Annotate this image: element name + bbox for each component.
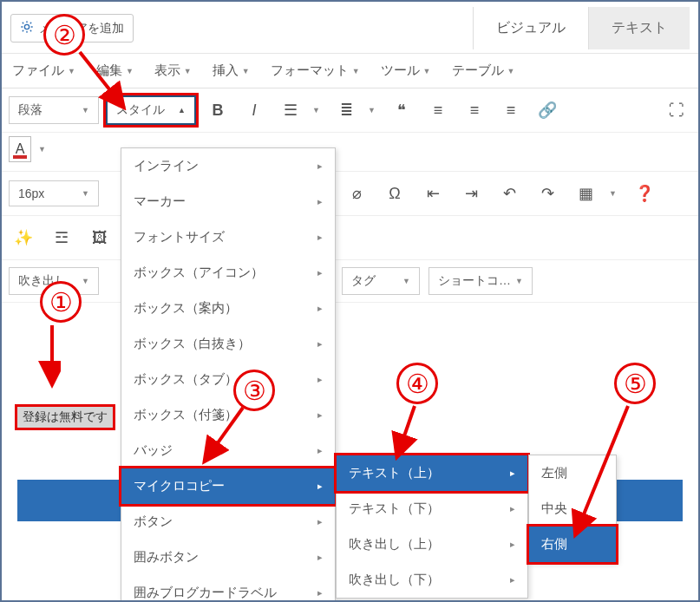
- bullet-list-dropdown[interactable]: ▼: [312, 95, 324, 125]
- toolbar-row-3: 16px▼ ⌀ Ω ⇤ ⇥ ↶ ↷ ▦ ▼ ❓: [2, 172, 698, 216]
- outdent-icon[interactable]: ⇤: [418, 179, 448, 208]
- tab-visual[interactable]: ビジュアル: [473, 7, 588, 49]
- table-grid-icon[interactable]: ▦: [571, 179, 600, 208]
- tag-select[interactable]: タグ▼: [342, 267, 420, 295]
- menu-view[interactable]: 表示▼: [154, 62, 192, 79]
- submenu-fukidashi-bottom[interactable]: 吹き出し（下）▸: [337, 562, 527, 598]
- numbered-list-dropdown[interactable]: ▼: [368, 95, 380, 125]
- menu-file[interactable]: ファイル▼: [12, 62, 75, 79]
- submenu-text-bottom[interactable]: テキスト（下）▸: [337, 491, 527, 527]
- microcopy-submenu: テキスト（上）▸ テキスト（下）▸ 吹き出し（上）▸ 吹き出し（下）▸: [336, 455, 528, 599]
- selected-text[interactable]: 登録は無料です: [17, 407, 113, 428]
- submenu-fukidashi-top[interactable]: 吹き出し（上）▸: [337, 527, 527, 562]
- style-menu-box-tab[interactable]: ボックス（タブ）▸: [121, 362, 335, 397]
- table-grid-dropdown[interactable]: ▼: [609, 179, 621, 208]
- toolbar-row-1: 段落▼ スタイル▲ B I ☰ ▼ ≣ ▼ ❝ ≡ ≡ ≡ 🔗 ⛶: [2, 88, 698, 133]
- style-menu-fontsize[interactable]: フォントサイズ▸: [121, 219, 335, 255]
- numbered-list-icon[interactable]: ≣: [331, 95, 361, 125]
- align-left-icon[interactable]: ≡: [423, 95, 453, 125]
- menu-format[interactable]: フォーマット▼: [271, 62, 360, 79]
- paragraph-format-select[interactable]: 段落▼: [9, 96, 99, 124]
- help-icon[interactable]: ❓: [630, 179, 659, 208]
- bullet-list-icon[interactable]: ☰: [276, 95, 305, 125]
- blockquote-icon[interactable]: ❝: [387, 95, 416, 125]
- position-left[interactable]: 左側: [529, 455, 616, 491]
- toolbar-row-2: A ▼: [2, 133, 698, 172]
- bold-icon[interactable]: B: [203, 95, 232, 125]
- undo-icon[interactable]: ↶: [494, 179, 524, 208]
- style-menu-kakomi-button[interactable]: 囲みボタン▸: [121, 540, 335, 575]
- annotation-4: ④: [396, 363, 438, 404]
- align-center-icon[interactable]: ≡: [460, 95, 489, 125]
- menu-table[interactable]: テーブル▼: [452, 62, 515, 79]
- style-menu-box-fusen[interactable]: ボックス（付箋）▸: [121, 397, 335, 433]
- style-menu-box-icon[interactable]: ボックス（アイコン）▸: [121, 255, 335, 291]
- text-color-swatch[interactable]: A: [9, 136, 31, 162]
- annotation-1: ①: [40, 281, 82, 323]
- position-right[interactable]: 右側: [529, 527, 616, 562]
- style-menu-inline[interactable]: インライン▸: [121, 148, 335, 184]
- indent-icon[interactable]: ⇥: [456, 179, 486, 208]
- submenu-text-top[interactable]: テキスト（上）▸: [337, 455, 527, 491]
- toolbar-row-4: ✨ ☲ 🖼: [2, 216, 698, 260]
- style-menu-microcopy[interactable]: マイクロコピー▸: [121, 468, 335, 504]
- position-submenu: 左側 中央 右側: [528, 455, 617, 563]
- topbar: メディアを追加 ビジュアル テキスト: [2, 2, 698, 54]
- annotation-5: ⑤: [614, 363, 656, 404]
- text-color-dropdown[interactable]: ▼: [38, 134, 50, 164]
- style-menu-button[interactable]: ボタン▸: [121, 504, 335, 540]
- svg-point-0: [24, 24, 29, 29]
- emoji-icon[interactable]: ✨: [9, 223, 38, 252]
- image-icon[interactable]: 🖼: [85, 223, 114, 252]
- annotation-3: ③: [233, 370, 275, 411]
- font-size-select[interactable]: 16px▼: [9, 180, 99, 206]
- style-menu-box-annai[interactable]: ボックス（案内）▸: [121, 291, 335, 326]
- annotation-2: ②: [43, 14, 85, 56]
- link-icon[interactable]: 🔗: [533, 95, 562, 125]
- tab-text[interactable]: テキスト: [588, 7, 690, 49]
- style-menu-badge[interactable]: バッジ▸: [121, 433, 335, 468]
- gear-music-icon: [20, 20, 34, 36]
- toolbar-row-5: 吹き出し▼ タグ▼ ショートコ…▼: [2, 260, 698, 303]
- clear-format-icon[interactable]: ⌀: [342, 179, 371, 208]
- hr-icon[interactable]: ☲: [47, 223, 76, 252]
- menu-edit[interactable]: 編集▼: [96, 62, 134, 79]
- omega-icon[interactable]: Ω: [380, 179, 409, 208]
- menubar: ファイル▼ 編集▼ 表示▼ 挿入▼ フォーマット▼ ツール▼ テーブル▼: [2, 54, 698, 88]
- position-center[interactable]: 中央: [529, 491, 616, 527]
- redo-icon[interactable]: ↷: [533, 179, 562, 208]
- menu-tools[interactable]: ツール▼: [381, 62, 431, 79]
- style-menu-box-shironuki[interactable]: ボックス（白抜き）▸: [121, 326, 335, 362]
- align-right-icon[interactable]: ≡: [496, 95, 526, 125]
- fullscreen-icon[interactable]: ⛶: [662, 95, 691, 125]
- style-menu-kakomi-blog[interactable]: 囲みブログカードラベル▸: [121, 575, 335, 602]
- style-menu: インライン▸ マーカー▸ フォントサイズ▸ ボックス（アイコン）▸ ボックス（案…: [121, 147, 336, 602]
- style-menu-marker[interactable]: マーカー▸: [121, 184, 335, 219]
- menu-insert[interactable]: 挿入▼: [213, 62, 250, 79]
- editor-tabs: ビジュアル テキスト: [473, 7, 690, 49]
- italic-icon[interactable]: I: [239, 95, 269, 125]
- shortcode-select[interactable]: ショートコ…▼: [429, 267, 533, 295]
- style-select[interactable]: スタイル▲: [106, 95, 196, 125]
